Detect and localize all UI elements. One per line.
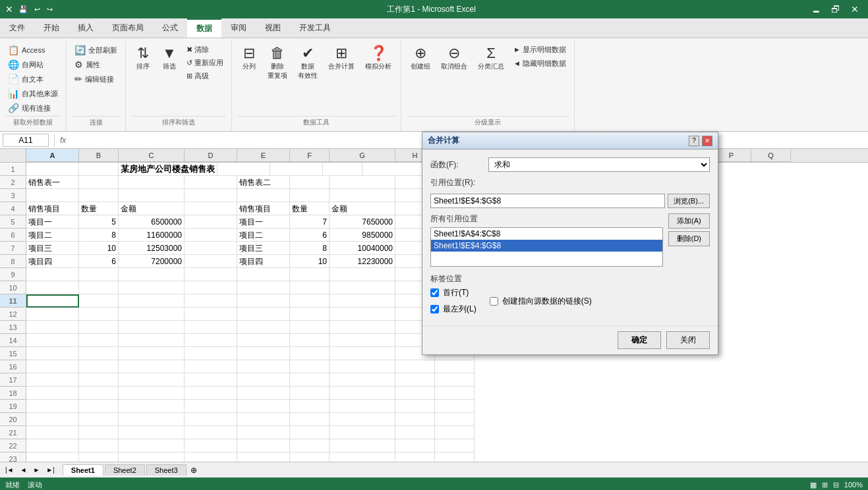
subtotal-btn[interactable]: Σ 分类汇总 bbox=[474, 43, 508, 74]
cell-C1[interactable]: 某房地产公司楼盘销售表 bbox=[119, 163, 217, 176]
filter-btn[interactable]: ▼ 筛选 bbox=[158, 43, 181, 74]
cell-I21[interactable] bbox=[435, 426, 475, 439]
refresh-all-btn[interactable]: 🔄全部刷新 bbox=[72, 43, 120, 57]
row-23[interactable]: 23 bbox=[0, 452, 26, 462]
cell-E12[interactable] bbox=[237, 308, 290, 321]
show-detail-btn[interactable]: ► 显示明细数据 bbox=[511, 43, 569, 56]
data-validation-btn[interactable]: ✔ 数据有效性 bbox=[294, 43, 322, 83]
cell-D18[interactable] bbox=[185, 387, 237, 400]
cell-A13[interactable] bbox=[26, 321, 79, 334]
cell-C19[interactable] bbox=[119, 400, 185, 413]
listbox-item-0[interactable]: Sheet1!$A$4:$C$8 bbox=[431, 228, 662, 240]
cell-F5[interactable]: 7 bbox=[290, 215, 330, 229]
cell-B21[interactable] bbox=[79, 426, 119, 439]
cell-B16[interactable] bbox=[79, 360, 119, 373]
cell-C17[interactable] bbox=[119, 373, 185, 387]
cell-D5[interactable] bbox=[185, 215, 237, 229]
cell-F20[interactable] bbox=[290, 413, 330, 426]
row-19[interactable]: 19 bbox=[0, 400, 26, 413]
first-row-label[interactable]: 首行(T) bbox=[430, 287, 477, 298]
text-btn[interactable]: 📄 自文本 bbox=[5, 72, 61, 86]
row-4[interactable]: 4 bbox=[0, 202, 26, 215]
cell-D10[interactable] bbox=[185, 281, 237, 294]
cell-D14[interactable] bbox=[185, 334, 237, 347]
cell-C5[interactable]: 6500000 bbox=[119, 215, 185, 229]
cell-E17[interactable] bbox=[237, 373, 290, 387]
listbox-item-1[interactable]: Sheet1!$E$4:$G$8 bbox=[431, 240, 662, 252]
row-15[interactable]: 15 bbox=[0, 347, 26, 360]
hide-detail-btn[interactable]: ◄ 隐藏明细数据 bbox=[511, 57, 569, 70]
cell-B7[interactable]: 10 bbox=[79, 242, 119, 255]
cell-E5[interactable]: 项目一 bbox=[237, 215, 290, 229]
cell-D7[interactable] bbox=[185, 242, 237, 255]
row-17[interactable]: 17 bbox=[0, 373, 26, 387]
dialog-close-title-btn[interactable]: ✕ bbox=[702, 136, 712, 146]
cell-C15[interactable] bbox=[119, 347, 185, 360]
cell-C2[interactable] bbox=[119, 176, 185, 189]
advanced-btn[interactable]: ⊞ 高级 bbox=[184, 70, 226, 82]
cell-I16[interactable] bbox=[435, 360, 475, 373]
existing-connections-btn[interactable]: 🔗 现有连接 bbox=[5, 101, 61, 115]
cell-F7[interactable]: 8 bbox=[290, 242, 330, 255]
cell-F13[interactable] bbox=[290, 321, 330, 334]
row-10[interactable]: 10 bbox=[0, 281, 26, 294]
cell-H20[interactable] bbox=[395, 413, 435, 426]
cell-F12[interactable] bbox=[290, 308, 330, 321]
cell-F15[interactable] bbox=[290, 347, 330, 360]
cell-D11[interactable] bbox=[185, 294, 237, 308]
sheet-nav-prev[interactable]: ◄ bbox=[18, 465, 30, 475]
sheet-nav-last[interactable]: ►| bbox=[43, 465, 57, 475]
cell-I19[interactable] bbox=[435, 400, 475, 413]
cell-B5[interactable]: 5 bbox=[79, 215, 119, 229]
cell-G9[interactable] bbox=[330, 268, 395, 281]
access-btn[interactable]: 📋 Access bbox=[5, 43, 61, 57]
cell-E6[interactable]: 项目二 bbox=[237, 229, 290, 242]
reapply-btn[interactable]: ↺ 重新应用 bbox=[184, 57, 226, 69]
tab-devtools[interactable]: 开发工具 bbox=[290, 18, 340, 38]
cell-D12[interactable] bbox=[185, 308, 237, 321]
col-header-E[interactable]: E bbox=[237, 149, 290, 162]
add-btn[interactable]: 添加(A) bbox=[668, 213, 710, 229]
cell-B3[interactable] bbox=[79, 189, 119, 202]
row-20[interactable]: 20 bbox=[0, 413, 26, 426]
cell-H16[interactable] bbox=[395, 360, 435, 373]
cell-B18[interactable] bbox=[79, 387, 119, 400]
cell-G5[interactable]: 7650000 bbox=[330, 215, 395, 229]
cell-A11[interactable] bbox=[26, 294, 79, 308]
cell-G14[interactable] bbox=[330, 334, 395, 347]
cell-C20[interactable] bbox=[119, 413, 185, 426]
cell-D22[interactable] bbox=[185, 439, 237, 452]
cell-D15[interactable] bbox=[185, 347, 237, 360]
cell-B6[interactable]: 8 bbox=[79, 229, 119, 242]
cell-C4[interactable]: 金额 bbox=[119, 202, 185, 215]
cell-G16[interactable] bbox=[330, 360, 395, 373]
cell-G4[interactable]: 金额 bbox=[330, 202, 395, 215]
cell-C3[interactable] bbox=[119, 189, 185, 202]
sheet-tab-icon[interactable]: ⊕ bbox=[190, 466, 197, 475]
cell-G7[interactable]: 10040000 bbox=[330, 242, 395, 255]
cell-C11[interactable] bbox=[119, 294, 185, 308]
redo-qa-btn[interactable]: ↪ bbox=[44, 4, 55, 15]
cell-A4[interactable]: 销售项目 bbox=[26, 202, 79, 215]
cell-G22[interactable] bbox=[330, 439, 395, 452]
cell-F22[interactable] bbox=[290, 439, 330, 452]
cell-G15[interactable] bbox=[330, 347, 395, 360]
web-btn[interactable]: 🌐 自网站 bbox=[5, 58, 61, 71]
create-link-label[interactable]: 创建指向源数据的链接(S) bbox=[490, 287, 592, 315]
cell-F21[interactable] bbox=[290, 426, 330, 439]
cell-B2[interactable] bbox=[79, 176, 119, 189]
sort-btn[interactable]: ⇅ 排序 bbox=[131, 43, 155, 74]
cell-B17[interactable] bbox=[79, 373, 119, 387]
cell-G23[interactable] bbox=[330, 452, 395, 462]
cell-A16[interactable] bbox=[26, 360, 79, 373]
ok-btn[interactable]: 确定 bbox=[618, 331, 661, 349]
cell-E21[interactable] bbox=[237, 426, 290, 439]
cell-E10[interactable] bbox=[237, 281, 290, 294]
row-11[interactable]: 11 bbox=[0, 294, 26, 308]
reference-input[interactable] bbox=[430, 194, 665, 208]
cell-D23[interactable] bbox=[185, 452, 237, 462]
cell-D19[interactable] bbox=[185, 400, 237, 413]
cell-I23[interactable] bbox=[435, 452, 475, 462]
cell-D6[interactable] bbox=[185, 229, 237, 242]
view-normal-icon[interactable]: ▦ bbox=[810, 481, 817, 489]
